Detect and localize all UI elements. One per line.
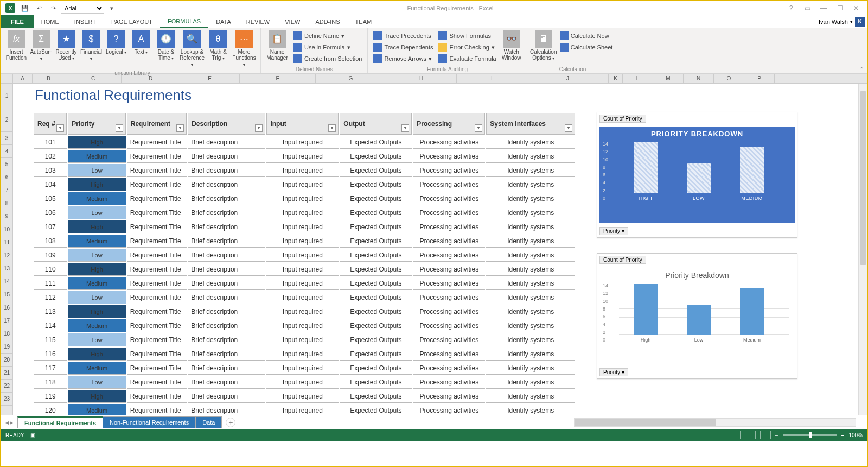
- maximize-icon[interactable]: ☐: [832, 3, 847, 14]
- help-icon[interactable]: ?: [783, 3, 799, 14]
- date-time-button[interactable]: 🕒Date & Time: [154, 29, 178, 62]
- col-header[interactable]: L: [623, 74, 653, 83]
- show-formulas-button[interactable]: Show Formulas: [438, 30, 496, 41]
- trace-dependents-button[interactable]: Trace Dependents: [373, 42, 433, 53]
- tab-home[interactable]: HOME: [34, 15, 67, 28]
- col-header[interactable]: J: [527, 74, 609, 83]
- create-from-selection-button[interactable]: Create from Selection: [293, 53, 362, 64]
- text-button[interactable]: AText: [129, 29, 153, 56]
- vertical-scrollbar[interactable]: [858, 84, 867, 415]
- evaluate-formula-button[interactable]: Evaluate Formula: [438, 53, 496, 64]
- table-row[interactable]: 103 Low Requirement Title Brief descript…: [34, 164, 575, 177]
- zoom-level[interactable]: 100%: [848, 432, 863, 438]
- table-row[interactable]: 114 Medium Requirement Title Brief descr…: [34, 319, 575, 332]
- row-header[interactable]: 7: [1, 184, 12, 197]
- filter-icon[interactable]: ▾: [116, 124, 123, 132]
- tab-data[interactable]: DATA: [208, 15, 239, 28]
- table-header[interactable]: Requirement▾: [127, 113, 187, 135]
- col-header[interactable]: I: [457, 74, 527, 83]
- row-header[interactable]: 10: [1, 223, 12, 236]
- table-row[interactable]: 107 High Requirement Title Brief descrip…: [34, 220, 575, 234]
- calculate-now-button[interactable]: Calculate Now: [560, 30, 613, 41]
- filter-icon[interactable]: ▾: [176, 124, 184, 132]
- sheet-tab-functional[interactable]: Functional Requirements: [17, 416, 103, 428]
- view-page-layout-icon[interactable]: [745, 431, 756, 439]
- scroll-thumb[interactable]: [575, 419, 716, 426]
- undo-icon[interactable]: ↶: [33, 3, 46, 14]
- tab-nav[interactable]: ◂▸: [1, 419, 17, 426]
- calc-options-button[interactable]: 🖩Calculation Options: [531, 29, 557, 62]
- row-header[interactable]: 12: [1, 249, 12, 262]
- filter-icon[interactable]: ▾: [401, 124, 409, 132]
- chart-priority-1[interactable]: Count of Priority PRIORITY BREAKDOWN 141…: [597, 112, 797, 238]
- col-header[interactable]: P: [744, 74, 775, 83]
- table-header[interactable]: Priority▾: [68, 113, 125, 135]
- lookup-button[interactable]: 🔍Lookup & Reference: [179, 29, 205, 69]
- chart-axis-field[interactable]: Priority: [599, 368, 628, 376]
- row-header[interactable]: 15: [1, 288, 12, 301]
- financial-button[interactable]: $Financial: [79, 29, 103, 63]
- row-header[interactable]: 16: [1, 301, 12, 314]
- tab-team[interactable]: TEAM: [348, 15, 380, 28]
- row-header[interactable]: 1: [1, 84, 12, 108]
- table-row[interactable]: 112 Low Requirement Title Brief descript…: [34, 291, 575, 304]
- add-sheet-button[interactable]: +: [226, 418, 235, 427]
- zoom-slider[interactable]: [783, 434, 837, 436]
- table-row[interactable]: 101 High Requirement Title Brief descrip…: [34, 136, 575, 149]
- tab-addins[interactable]: ADD-INS: [308, 15, 347, 28]
- tab-view[interactable]: VIEW: [277, 15, 308, 28]
- row-header[interactable]: 19: [1, 340, 12, 354]
- scroll-thumb[interactable]: [860, 91, 866, 265]
- trace-precedents-button[interactable]: Trace Precedents: [373, 30, 433, 41]
- table-header[interactable]: Processing▾: [413, 113, 485, 135]
- zoom-out-icon[interactable]: −: [775, 432, 778, 438]
- minimize-icon[interactable]: —: [816, 3, 831, 14]
- tab-formulas[interactable]: FORMULAS: [160, 15, 208, 28]
- table-row[interactable]: 115 Low Requirement Title Brief descript…: [34, 333, 575, 346]
- table-header[interactable]: Description▾: [188, 113, 265, 135]
- view-normal-icon[interactable]: [730, 431, 741, 439]
- table-row[interactable]: 120 Medium Requirement Title Brief descr…: [34, 404, 575, 415]
- row-header[interactable]: 20: [1, 354, 12, 367]
- horizontal-scrollbar[interactable]: [574, 418, 856, 427]
- row-header[interactable]: 13: [1, 262, 12, 275]
- row-header[interactable]: 21: [1, 367, 12, 380]
- sheet-tab-nonfunctional[interactable]: Non-Functional Requirements: [103, 416, 196, 428]
- define-name-button[interactable]: Define Name ▾: [293, 30, 362, 41]
- row-header[interactable]: 8: [1, 197, 12, 210]
- tab-review[interactable]: REVIEW: [239, 15, 277, 28]
- calculate-sheet-button[interactable]: Calculate Sheet: [560, 42, 613, 53]
- filter-icon[interactable]: ▾: [56, 124, 64, 132]
- row-header[interactable]: 23: [1, 393, 12, 406]
- col-header[interactable]: M: [653, 74, 684, 83]
- math-trig-button[interactable]: θMath & Trig: [206, 29, 230, 62]
- filter-icon[interactable]: ▾: [475, 124, 482, 132]
- row-header[interactable]: 9: [1, 210, 12, 223]
- sheet-tab-data[interactable]: Data: [195, 416, 222, 428]
- col-header[interactable]: K: [609, 74, 623, 83]
- col-header[interactable]: O: [714, 74, 744, 83]
- user-account[interactable]: Ivan Walsh ▾ K: [816, 17, 867, 27]
- table-row[interactable]: 118 Low Requirement Title Brief descript…: [34, 376, 575, 389]
- row-header[interactable]: 6: [1, 171, 12, 184]
- recently-used-button[interactable]: ★Recently Used: [54, 29, 78, 62]
- view-page-break-icon[interactable]: [760, 431, 771, 439]
- table-header[interactable]: Req #▾: [34, 113, 67, 135]
- row-header[interactable]: 17: [1, 314, 12, 327]
- row-header[interactable]: 11: [1, 236, 12, 249]
- table-header[interactable]: System Interfaces▾: [486, 113, 575, 135]
- remove-arrows-button[interactable]: Remove Arrows ▾: [373, 53, 433, 64]
- autosum-button[interactable]: ΣAutoSum: [29, 29, 53, 63]
- col-header[interactable]: G: [316, 74, 386, 83]
- close-icon[interactable]: ✕: [848, 3, 864, 14]
- table-row[interactable]: 119 High Requirement Title Brief descrip…: [34, 390, 575, 403]
- table-row[interactable]: 105 Medium Requirement Title Brief descr…: [34, 192, 575, 205]
- qat-dropdown-icon[interactable]: ▾: [105, 3, 118, 14]
- col-header[interactable]: H: [386, 74, 457, 83]
- table-header[interactable]: Output▾: [340, 113, 412, 135]
- collapse-ribbon-icon[interactable]: ⌃: [859, 66, 864, 72]
- row-header[interactable]: 5: [1, 158, 12, 171]
- table-row[interactable]: 102 Medium Requirement Title Brief descr…: [34, 150, 575, 163]
- name-manager-button[interactable]: 📋Name Manager: [264, 29, 290, 62]
- col-header[interactable]: N: [684, 74, 714, 83]
